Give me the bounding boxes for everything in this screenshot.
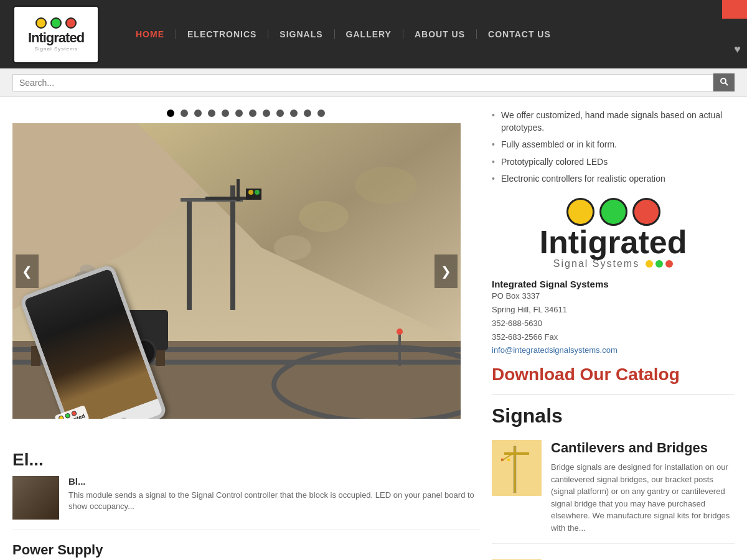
header-accent-bar: [722, 0, 747, 19]
logo-area: Intigrated Signal Systems: [12, 5, 100, 64]
slide-dot-10[interactable]: [290, 110, 298, 117]
slide-dot-11[interactable]: [304, 110, 311, 117]
product-info-block: Bl... This module sends a signal to the …: [68, 476, 479, 520]
slide-next-button[interactable]: ❯: [435, 254, 458, 288]
brand-dots: [646, 260, 673, 268]
product-thumb-block: [12, 476, 59, 520]
brand-dot-yellow: [646, 260, 653, 268]
company-city: Spring Hill, FL 34611: [492, 303, 735, 317]
main-content: ❮ ❯: [0, 97, 747, 560]
product-title-block: Bl...: [68, 476, 479, 487]
brand-name: Intigrated: [492, 226, 735, 258]
header: Intigrated Signal Systems HOME ELECTRONI…: [0, 0, 747, 68]
left-column: ❮ ❯: [12, 110, 479, 560]
slide-dot-2[interactable]: [181, 110, 188, 117]
svg-point-33: [299, 201, 349, 232]
logo-text: Intigrated: [28, 30, 84, 46]
signals-title: Signals: [492, 394, 735, 427]
brand-circles: [492, 198, 735, 226]
search-icon: [720, 77, 728, 86]
company-phone1: 352-688-5630: [492, 317, 735, 330]
phone-mockup: Intigrated: [25, 263, 168, 419]
cantilever-icon: [492, 440, 542, 496]
logo-sub: Signal Systems: [34, 46, 77, 52]
svg-rect-19: [246, 189, 261, 200]
download-catalog-button[interactable]: Download Our Catalog: [492, 365, 735, 385]
slide-dot-5[interactable]: [222, 110, 229, 117]
company-po-box: PO Box 3337: [492, 289, 735, 303]
svg-point-0: [721, 78, 726, 83]
electronics-section: El... Bl... This module sends a signal t…: [12, 450, 479, 558]
logo-circle-green: [50, 17, 62, 29]
slide-dot-3[interactable]: [194, 110, 202, 117]
company-info: Integrated Signal Systems PO Box 3337 Sp…: [492, 279, 735, 355]
search-bar: [0, 68, 747, 97]
signal-info-cantilevers: Cantilevers and Bridges Bridge signals a…: [551, 440, 735, 534]
company-name: Integrated Signal Systems: [492, 279, 735, 289]
slide-dot-1[interactable]: [167, 110, 174, 117]
nav-electronics[interactable]: ELECTRONICS: [176, 29, 268, 39]
brand-circle-red: [632, 198, 660, 226]
nav-home[interactable]: HOME: [125, 29, 176, 39]
bullet-4: Electronic controllers for realistic ope…: [492, 173, 735, 185]
slide-dot-4[interactable]: [208, 110, 215, 117]
brand-circle-yellow: [566, 198, 594, 226]
signal-desc-cantilevers: Bridge signals are designed for installa…: [551, 461, 735, 534]
logo-circle-red: [65, 17, 77, 29]
search-input[interactable]: [12, 74, 713, 91]
signal-item-cantilevers: Cantilevers and Bridges Bridge signals a…: [492, 440, 735, 544]
product-desc-block: This module sends a signal to the Signal…: [68, 490, 479, 512]
brand-logo-area: Intigrated Signal Systems: [492, 198, 735, 269]
bullet-2: Fully assembled or in kit form.: [492, 139, 735, 151]
bullet-1: We offer customized, hand made signals b…: [492, 110, 735, 134]
logo-box: Intigrated Signal Systems: [12, 5, 100, 64]
svg-point-34: [274, 235, 311, 260]
slide-dots: [12, 110, 479, 117]
svg-point-35: [355, 167, 417, 204]
bullet-3: Prototypically colored LEDs: [492, 156, 735, 169]
slideshow: ❮ ❯: [12, 123, 461, 419]
electronics-title: El...: [12, 450, 479, 470]
svg-rect-15: [230, 185, 235, 310]
brand-dot-red: [665, 260, 673, 268]
power-supply-title: Power Supply: [12, 542, 479, 558]
svg-point-21: [255, 190, 260, 195]
nav-signals[interactable]: SIGNALS: [268, 29, 334, 39]
svg-point-20: [248, 190, 253, 195]
feature-bullets: We offer customized, hand made signals b…: [492, 110, 735, 185]
logo-circles: [35, 17, 77, 29]
signals-section: Signals Cantilevers and Bridges Bridge s: [492, 394, 735, 560]
svg-rect-37: [504, 452, 529, 455]
company-email-link[interactable]: info@integratedsignalsystems.com: [492, 345, 618, 355]
nav-contact[interactable]: CONTACT US: [477, 29, 562, 39]
search-button[interactable]: [713, 73, 735, 91]
svg-line-1: [725, 83, 728, 85]
slide-dot-6[interactable]: [235, 110, 243, 117]
svg-rect-39: [507, 459, 510, 461]
nav-about[interactable]: ABOUT US: [403, 29, 477, 39]
product-item-block: Bl... This module sends a signal to the …: [12, 476, 479, 530]
slide-dot-9[interactable]: [276, 110, 284, 117]
slide-dot-12[interactable]: [317, 110, 325, 117]
main-nav: HOME ELECTRONICS SIGNALS GALLERY ABOUT U…: [125, 29, 562, 39]
svg-rect-18: [237, 179, 240, 201]
rss-icon: ♥: [734, 43, 741, 56]
svg-rect-14: [187, 198, 192, 310]
svg-point-32: [397, 329, 403, 335]
brand-sub-text: Signal Systems: [553, 258, 639, 269]
nav-gallery[interactable]: GALLERY: [335, 29, 403, 39]
slide-dot-8[interactable]: [263, 110, 270, 117]
signal-thumb-cantilevers: [492, 440, 542, 496]
company-phone2: 352-683-2566 Fax: [492, 330, 735, 344]
logo-circle-yellow: [35, 17, 47, 29]
slide-dot-7[interactable]: [249, 110, 256, 117]
signal-title-cantilevers: Cantilevers and Bridges: [551, 440, 735, 456]
brand-circle-green: [599, 198, 627, 226]
brand-dot-green: [655, 260, 663, 268]
right-column: We offer customized, hand made signals b…: [492, 110, 735, 560]
